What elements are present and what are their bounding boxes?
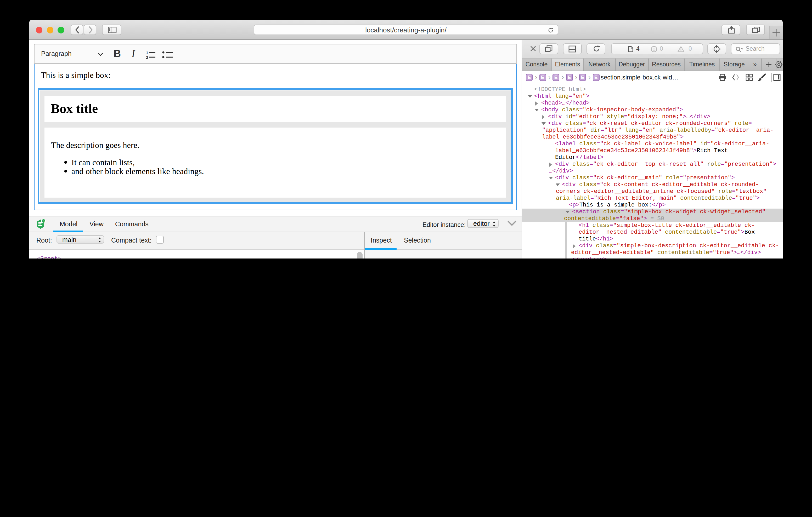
svg-text:5: 5 xyxy=(42,219,45,223)
svg-text:2: 2 xyxy=(146,55,148,59)
svg-text:1: 1 xyxy=(146,50,148,55)
